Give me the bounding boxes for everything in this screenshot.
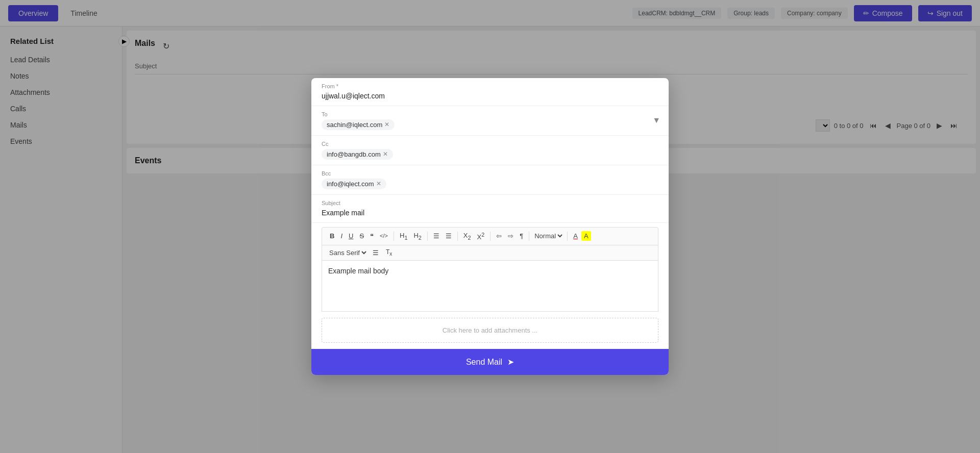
send-icon: ➤ <box>507 357 514 367</box>
send-label: Send Mail <box>466 358 502 367</box>
indent-button[interactable]: ¶ <box>517 231 526 241</box>
font-color-button[interactable]: A <box>571 231 580 241</box>
font-family-select[interactable]: Sans Serif <box>327 248 368 257</box>
editor-body[interactable]: Example mail body <box>322 261 658 312</box>
to-extra-input[interactable] <box>398 120 658 129</box>
body-text: Example mail body <box>328 267 388 275</box>
attachment-area[interactable]: Click here to add attachments ... <box>322 318 658 343</box>
h2-button[interactable]: H2 <box>411 231 424 242</box>
cc-tag-row: info@bangdb.com ✕ <box>322 149 658 160</box>
align-button[interactable]: ☰ <box>370 248 381 258</box>
cc-tag-close[interactable]: ✕ <box>383 151 388 157</box>
underline-button[interactable]: U <box>346 231 356 241</box>
bcc-field-group: Bcc info@iqlect.com ✕ <box>311 165 669 195</box>
subscript-button[interactable]: X2 <box>461 231 474 242</box>
toolbar-sep-2 <box>427 232 428 241</box>
ul-button[interactable]: ☰ <box>443 231 454 241</box>
toolbar-sep-3 <box>457 232 458 241</box>
toolbar-sep-5 <box>529 232 529 241</box>
from-field-group: From * <box>311 78 669 106</box>
h1-button[interactable]: H1 <box>397 231 410 242</box>
from-input[interactable] <box>322 92 658 100</box>
bcc-tag-row: info@iqlect.com ✕ <box>322 179 658 189</box>
align-right-button[interactable]: ⇨ <box>505 231 516 241</box>
attachment-placeholder: Click here to add attachments ... <box>443 326 537 334</box>
editor-toolbar: B I U S ❝ </> H1 H2 ☰ ☰ X2 X2 ⇦ ⇨ ¶ <box>322 227 658 245</box>
clear-format-button[interactable]: Tx <box>383 247 395 258</box>
ol-button[interactable]: ☰ <box>431 231 442 241</box>
cc-extra-input[interactable] <box>396 150 658 158</box>
bcc-tag-close[interactable]: ✕ <box>376 181 381 187</box>
align-left-button[interactable]: ⇦ <box>494 231 504 241</box>
bcc-label: Bcc <box>322 170 658 177</box>
cc-tag: info@bangdb.com ✕ <box>322 149 393 160</box>
to-field-group: To sachin@iqlect.com ✕ ▼ <box>311 106 669 136</box>
format-select[interactable]: Normal <box>532 232 564 240</box>
quote-button[interactable]: ❝ <box>368 231 376 241</box>
modal-overlay: From * To sachin@iqlect.com ✕ ▼ Cc info@… <box>0 0 980 453</box>
superscript-button[interactable]: X2 <box>475 231 487 242</box>
strikethrough-button[interactable]: S <box>357 231 366 241</box>
cc-label: Cc <box>322 141 658 147</box>
font-bg-button[interactable]: A <box>581 231 591 241</box>
editor-toolbar-row2: Sans Serif ☰ Tx <box>322 245 658 261</box>
to-tag: sachin@iqlect.com ✕ <box>322 119 395 130</box>
to-tag-row: sachin@iqlect.com ✕ <box>322 119 658 130</box>
italic-button[interactable]: I <box>338 231 345 241</box>
toolbar-sep-4 <box>490 232 491 241</box>
compose-modal: From * To sachin@iqlect.com ✕ ▼ Cc info@… <box>311 78 669 375</box>
bcc-tag: info@iqlect.com ✕ <box>322 179 386 189</box>
toolbar-sep-6 <box>567 232 568 241</box>
to-tag-close[interactable]: ✕ <box>384 121 389 128</box>
editor-area: B I U S ❝ </> H1 H2 ☰ ☰ X2 X2 ⇦ ⇨ ¶ <box>322 227 658 312</box>
toolbar-sep-1 <box>394 232 394 241</box>
to-tag-value: sachin@iqlect.com <box>327 121 382 129</box>
bold-button[interactable]: B <box>327 231 337 241</box>
from-label: From * <box>322 83 658 89</box>
send-mail-button[interactable]: Send Mail ➤ <box>311 349 669 375</box>
cc-field-group: Cc info@bangdb.com ✕ <box>311 136 669 165</box>
cc-tag-value: info@bangdb.com <box>327 150 381 158</box>
bcc-extra-input[interactable] <box>389 180 658 188</box>
subject-input[interactable] <box>322 209 658 217</box>
to-dropdown-arrow: ▼ <box>652 116 660 125</box>
subject-label: Subject <box>322 200 658 206</box>
bcc-tag-value: info@iqlect.com <box>327 180 374 188</box>
subject-field-group: Subject <box>311 195 669 223</box>
code-button[interactable]: </> <box>377 232 390 240</box>
to-label: To <box>322 111 658 117</box>
